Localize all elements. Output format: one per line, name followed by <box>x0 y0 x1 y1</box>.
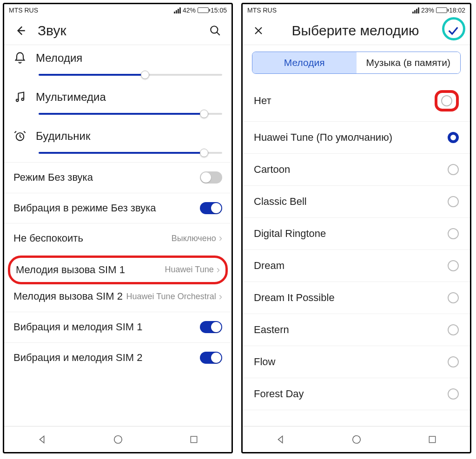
close-button[interactable] <box>250 22 267 39</box>
vib-sim2-toggle[interactable] <box>200 352 222 364</box>
volume-ringtone: Мелодия <box>4 45 231 84</box>
ringtone-label: Digital Ringtone <box>254 228 326 240</box>
radio-icon[interactable] <box>448 196 459 207</box>
header: Звук <box>4 16 231 45</box>
ringtone-label: Dream <box>254 260 284 272</box>
header: Выберите мелодию <box>243 16 470 45</box>
vib-sim1-toggle[interactable] <box>200 321 222 333</box>
battery-icon <box>436 7 447 13</box>
row-vibrate-silent[interactable]: Вибрация в режиме Без звука <box>4 193 231 223</box>
clock: 15:05 <box>211 7 227 14</box>
row-vibrate-sim2[interactable]: Вибрация и мелодия SIM 2 <box>4 342 231 373</box>
sim1-value: Huawei Tune <box>165 265 214 275</box>
sim2-value: Huawei Tune Orchestral <box>126 292 216 302</box>
ringtone-label: Forest Day <box>254 388 304 400</box>
row-ringtone-sim2[interactable]: Мелодия вызова SIM 2 Huawei Tune Orchest… <box>4 286 231 312</box>
highlight-confirm-icon <box>442 17 465 40</box>
radio-icon[interactable] <box>448 260 459 271</box>
row-ringtone-sim1[interactable]: Мелодия вызова SIM 1 Huawei Tune › <box>8 256 228 285</box>
battery-percent: 23% <box>421 7 434 14</box>
radio-icon[interactable] <box>448 324 459 335</box>
status-bar: MTS RUS 42% 15:05 <box>4 4 231 16</box>
ringtone-slider[interactable] <box>39 70 222 79</box>
carrier-label: MTS RUS <box>9 7 38 14</box>
vib-sim2-label: Вибрация и мелодия SIM 2 <box>13 351 200 365</box>
vibrate-silent-toggle[interactable] <box>200 202 222 214</box>
svg-point-4 <box>114 435 122 443</box>
nav-back[interactable] <box>34 432 50 447</box>
chevron-right-icon: › <box>217 264 220 276</box>
highlight-radio-icon <box>435 90 459 111</box>
back-button[interactable] <box>12 22 29 39</box>
silent-label: Режим Без звука <box>13 171 200 184</box>
nav-home[interactable] <box>110 432 126 447</box>
ringtone-item-forest[interactable]: Forest Day <box>243 378 470 410</box>
sim2-label: Мелодия вызова SIM 2 <box>13 290 126 303</box>
radio-icon[interactable] <box>448 356 459 367</box>
volume-label: Будильник <box>36 130 91 143</box>
sim1-label: Мелодия вызова SIM 1 <box>16 263 165 277</box>
vibrate-silent-label: Вибрация в режиме Без звука <box>13 202 200 215</box>
svg-point-2 <box>22 98 24 100</box>
radio-icon[interactable] <box>441 95 452 106</box>
tab-melody[interactable]: Мелодия <box>252 52 357 73</box>
ringtone-item-dream[interactable]: Dream <box>243 250 470 282</box>
ringtone-item-eastern[interactable]: Eastern <box>243 314 470 346</box>
row-dnd[interactable]: Не беспокоить Выключено › <box>4 223 231 254</box>
silent-toggle[interactable] <box>200 171 222 184</box>
phone-right: MTS RUS 23% 18:02 Выберите мелодию Мелод… <box>241 3 471 453</box>
svg-point-0 <box>211 26 218 33</box>
radio-icon[interactable] <box>448 132 459 143</box>
ringtone-label: Нет <box>254 95 271 107</box>
volume-alarm: Будильник <box>4 123 231 162</box>
clock: 18:02 <box>449 7 465 14</box>
ringtone-label: Dream It Possible <box>254 292 335 304</box>
phone-left: MTS RUS 42% 15:05 Звук Мелодия <box>3 3 233 453</box>
radio-icon[interactable] <box>448 228 459 239</box>
nav-back[interactable] <box>273 432 289 447</box>
ringtone-item-flow[interactable]: Flow <box>243 346 470 378</box>
tab-music[interactable]: Музыка (в памяти) <box>357 52 461 73</box>
page-title: Выберите мелодию <box>275 23 436 39</box>
search-button[interactable] <box>206 22 224 39</box>
chevron-right-icon: › <box>219 232 222 244</box>
svg-point-1 <box>16 99 19 102</box>
bell-icon <box>13 52 26 65</box>
nav-home[interactable] <box>349 432 364 447</box>
ringtone-list: Нет Huawei Tune (По умолчанию) Cartoon C… <box>243 80 470 426</box>
volume-label: Мультимедиа <box>36 91 106 104</box>
music-icon <box>13 91 26 104</box>
ringtone-item-huawei-tune[interactable]: Huawei Tune (По умолчанию) <box>243 122 470 154</box>
ringtone-item-none[interactable]: Нет <box>243 80 470 122</box>
radio-icon[interactable] <box>448 292 459 303</box>
carrier-label: MTS RUS <box>247 7 277 14</box>
segmented-tabs: Мелодия Музыка (в памяти) <box>252 52 461 74</box>
sound-content: Мелодия Мультимедиа <box>4 45 231 426</box>
chevron-right-icon: › <box>219 291 222 303</box>
volume-label: Мелодия <box>36 52 82 65</box>
alarm-icon <box>13 130 26 143</box>
nav-bar <box>4 426 231 452</box>
svg-rect-7 <box>429 436 435 442</box>
ringtone-item-cartoon[interactable]: Cartoon <box>243 154 470 186</box>
nav-recent[interactable] <box>425 432 440 447</box>
ringtone-label: Cartoon <box>254 164 290 176</box>
nav-bar <box>243 426 470 452</box>
media-slider[interactable] <box>39 109 222 118</box>
alarm-slider[interactable] <box>39 148 222 157</box>
signal-icon <box>412 7 419 13</box>
dnd-value: Выключено <box>172 234 216 244</box>
page-title: Звук <box>38 23 198 39</box>
ringtone-item-digital[interactable]: Digital Ringtone <box>243 218 470 250</box>
svg-rect-5 <box>191 436 197 442</box>
ringtone-item-classic-bell[interactable]: Classic Bell <box>243 186 470 218</box>
status-bar: MTS RUS 23% 18:02 <box>243 4 470 16</box>
ringtone-item-dream-possible[interactable]: Dream It Possible <box>243 282 470 314</box>
nav-recent[interactable] <box>186 432 201 447</box>
radio-icon[interactable] <box>448 388 459 400</box>
row-vibrate-sim1[interactable]: Вибрация и мелодия SIM 1 <box>4 312 231 342</box>
radio-icon[interactable] <box>448 164 459 175</box>
dnd-label: Не беспокоить <box>13 232 172 245</box>
row-silent-mode[interactable]: Режим Без звука <box>4 162 231 193</box>
signal-icon <box>174 7 181 13</box>
